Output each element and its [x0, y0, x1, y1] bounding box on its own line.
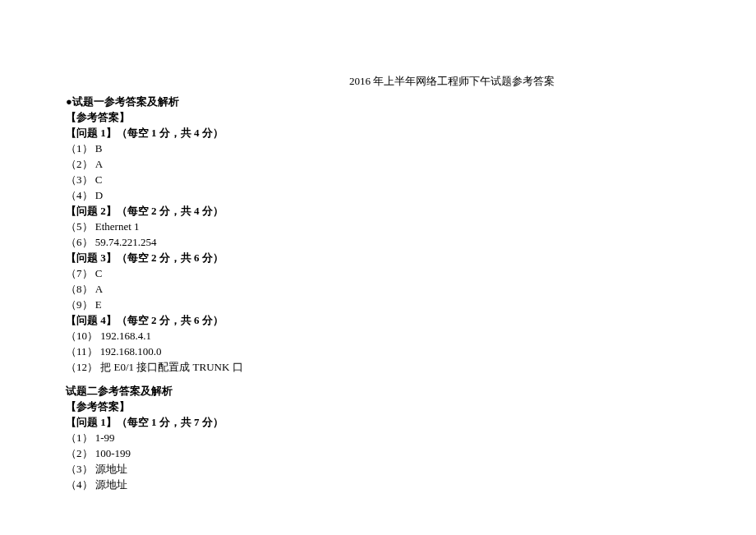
- answer-line: （5） Ethernet 1: [66, 219, 690, 234]
- section-header: ●试题一参考答案及解析: [66, 94, 690, 109]
- question-heading: 【问题 1】（每空 1 分，共 4 分）: [66, 125, 690, 141]
- answer-line: （1） 1-99: [66, 430, 690, 445]
- answer-line: （12） 把 E0/1 接口配置成 TRUNK 口: [66, 359, 690, 375]
- answer-line: （10） 192.168.4.1: [66, 328, 690, 344]
- document-page: 2016 年上半年网络工程师下午试题参考答案 ●试题一参考答案及解析 【参考答案…: [0, 0, 723, 492]
- section-subheader: 【参考答案】: [66, 399, 690, 414]
- section-subheader: 【参考答案】: [66, 109, 690, 125]
- answer-line: （1） B: [66, 141, 690, 156]
- page-title: 2016 年上半年网络工程师下午试题参考答案: [214, 74, 690, 89]
- question-heading: 【问题 1】（每空 1 分，共 7 分）: [66, 414, 690, 430]
- answer-line: （7） C: [66, 265, 690, 281]
- question-heading: 【问题 3】（每空 2 分，共 6 分）: [66, 250, 690, 265]
- answer-line: （2） 100-199: [66, 445, 690, 461]
- section-2: 试题二参考答案及解析 【参考答案】 【问题 1】（每空 1 分，共 7 分） （…: [66, 383, 690, 492]
- answer-line: （4） 源地址: [66, 477, 690, 492]
- answer-line: （8） A: [66, 281, 690, 297]
- question-heading: 【问题 4】（每空 2 分，共 6 分）: [66, 312, 690, 328]
- answer-line: （3） C: [66, 172, 690, 187]
- answer-line: （11） 192.168.100.0: [66, 344, 690, 359]
- answer-line: （2） A: [66, 156, 690, 172]
- section-1: ●试题一参考答案及解析 【参考答案】 【问题 1】（每空 1 分，共 4 分） …: [66, 94, 690, 375]
- answer-line: （6） 59.74.221.254: [66, 234, 690, 250]
- section-header: 试题二参考答案及解析: [66, 383, 690, 399]
- answer-line: （4） D: [66, 187, 690, 203]
- question-heading: 【问题 2】（每空 2 分，共 4 分）: [66, 203, 690, 219]
- answer-line: （3） 源地址: [66, 461, 690, 477]
- answer-line: （9） E: [66, 297, 690, 312]
